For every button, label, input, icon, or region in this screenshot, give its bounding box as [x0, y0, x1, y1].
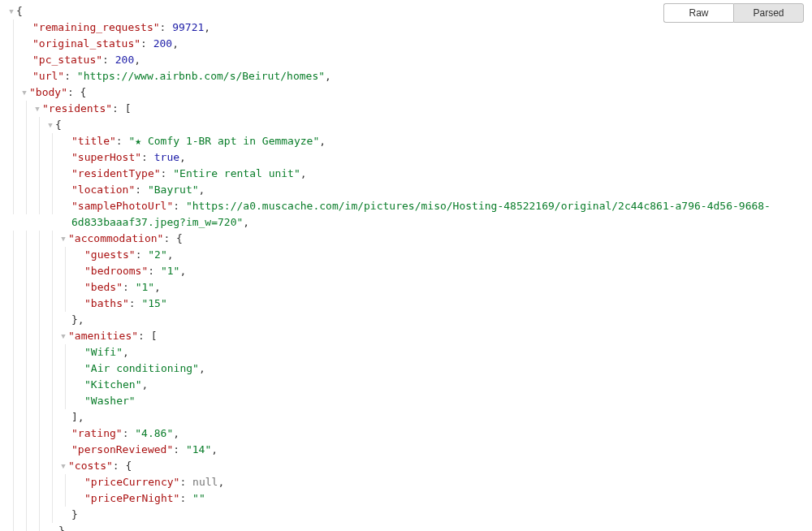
toggle-icon[interactable]: ▼ [45, 117, 55, 133]
toggle-icon[interactable]: ▼ [6, 3, 16, 19]
prop-baths: "baths": "15" [6, 296, 806, 312]
prop-amenities-open: ▼ "amenities": [ [6, 328, 806, 344]
prop-guests: "guests": "2", [6, 247, 806, 263]
amenity-2: "Kitchen", [6, 377, 806, 393]
parsed-button[interactable]: Parsed [733, 3, 804, 23]
toggle-icon[interactable]: ▼ [58, 458, 68, 474]
prop-body-open: ▼ "body": { [6, 84, 806, 101]
amenity-3: "Washer" [6, 393, 806, 409]
raw-button[interactable]: Raw [663, 3, 733, 23]
resident-0-open: ▼ { [6, 117, 806, 133]
prop-rating: "rating": "4.86", [6, 425, 806, 442]
prop-personreviewed: "personReviewed": "14", [6, 442, 806, 458]
prop-location: "location": "Bayrut", [6, 182, 806, 198]
prop-pricecurrency: "priceCurrency": null, [6, 474, 806, 490]
resident-0-close: }, [6, 523, 806, 531]
prop-samplephotourl: "samplePhotoUrl": "https://a0.muscache.c… [6, 198, 806, 231]
prop-pc-status: "pc_status": 200, [6, 52, 806, 68]
prop-original-status: "original_status": 200, [6, 36, 806, 52]
prop-amenities-close: ], [6, 409, 806, 425]
prop-accommodation-close: }, [6, 312, 806, 328]
prop-url: "url": "https://www.airbnb.com/s/Beirut/… [6, 68, 806, 84]
prop-bedrooms: "bedrooms": "1", [6, 263, 806, 279]
toggle-icon[interactable]: ▼ [58, 231, 68, 247]
prop-residents-open: ▼ "residents": [ [6, 101, 806, 117]
prop-title: "title": "★ Comfy 1-BR apt in Gemmayze", [6, 133, 806, 149]
prop-accommodation-open: ▼ "accommodation": { [6, 231, 806, 247]
prop-residenttype: "residentType": "Entire rental unit", [6, 166, 806, 182]
json-tree-viewer: Raw Parsed ▼ { "remaining_requests": 997… [0, 0, 812, 531]
amenity-1: "Air conditioning", [6, 360, 806, 377]
toggle-icon[interactable]: ▼ [32, 101, 42, 117]
amenity-0: "Wifi", [6, 344, 806, 360]
prop-costs-open: ▼ "costs": { [6, 458, 806, 474]
prop-pricepernight: "pricePerNight": "" [6, 490, 806, 507]
view-mode-toggle: Raw Parsed [663, 3, 804, 23]
toggle-icon[interactable]: ▼ [19, 84, 29, 101]
prop-costs-close: } [6, 507, 806, 523]
prop-beds: "beds": "1", [6, 279, 806, 296]
toggle-icon[interactable]: ▼ [58, 328, 68, 344]
prop-superhost: "superHost": true, [6, 149, 806, 166]
